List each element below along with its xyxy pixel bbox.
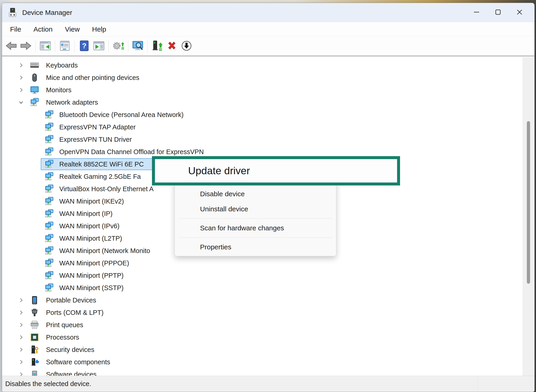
tree-item-expressvpn-tap-adapter[interactable]: ExpressVPN TAP Adapter [2,121,523,133]
tree-item-processors[interactable]: Processors [2,331,523,343]
context-menu-item-properties[interactable]: Properties [175,239,336,255]
context-menu-item-uninstall-device[interactable]: Uninstall device [175,201,336,217]
network-adapter-icon [45,234,54,243]
menu-item-file[interactable]: File [4,22,27,36]
tree-item-label: Realtek Gaming 2.5GbE Fa [59,170,141,183]
tree-item-label: Security devices [46,343,94,356]
properties-button[interactable] [57,38,72,55]
tree-item-software-devices[interactable]: Software devices [2,368,523,376]
chevron-right-icon[interactable] [18,322,24,328]
tree-item-bluetooth-device-personal-area-network[interactable]: Bluetooth Device (Personal Area Network) [2,108,523,121]
network-adapter-icon [45,271,54,280]
menu-item-help[interactable]: Help [86,22,112,36]
chevron-right-icon[interactable] [18,347,24,353]
tree-item-label: Processors [46,331,79,343]
update-driver-software-button[interactable] [150,38,165,55]
chevron-right-icon[interactable] [18,334,24,340]
status-bar: Disables the selected device. [2,376,534,392]
tree-item-software-components[interactable]: Software components [2,356,523,368]
forward-icon [20,40,32,52]
tree-item-mice-and-other-pointing-devices[interactable]: Mice and other pointing devices [2,71,523,84]
console-tree-icon [39,40,51,52]
chevron-right-icon[interactable] [18,87,24,93]
chevron-right-icon[interactable] [18,310,24,316]
tree-item-wan-miniport-pptp[interactable]: WAN Miniport (PPTP) [2,269,523,282]
scan-hardware-changes-button[interactable] [130,38,145,55]
action-pane-icon [93,40,105,52]
tree-item-label: Realtek 8852CE WiFi 6E PC [59,158,144,170]
network-adapter-icon [45,147,54,156]
tree-item-label: WAN Miniport (SSTP) [59,282,124,294]
toolbar-separator [147,40,148,52]
tree-item-portable-devices[interactable]: Portable Devices [2,294,523,306]
tree-item-label: VirtualBox Host-Only Ethernet A [59,183,154,195]
network-adapter-icon [45,258,54,268]
update-driver-annotation[interactable]: Update driver [152,156,400,186]
network-adapter-icon [45,209,54,218]
show-console-tree-button[interactable] [38,38,53,55]
mouse-icon [30,73,39,82]
network-adapter-icon [45,172,54,181]
context-menu-separator [179,219,332,219]
tree-item-expressvpn-tun-driver[interactable]: ExpressVPN TUN Driver [2,133,523,146]
network-adapter-icon [30,98,39,107]
tree-item-security-devices[interactable]: Security devices [2,343,523,356]
tree-item-ports-com-lpt[interactable]: Ports (COM & LPT) [2,306,523,319]
tree-item-label: WAN Miniport (IKEv2) [59,195,124,207]
network-adapter-icon [45,122,54,132]
disable-device-icon [180,40,193,52]
back-icon [5,40,17,52]
help-button[interactable]: ? [77,38,92,55]
tree-item-network-adapters[interactable]: Network adapters [2,96,523,108]
context-menu-item-scan-for-hardware-changes[interactable]: Scan for hardware changes [175,220,336,236]
network-adapter-icon [45,246,54,255]
chevron-right-icon[interactable] [18,297,24,303]
back-button[interactable] [4,38,18,55]
chevron-right-icon[interactable] [18,371,24,376]
tree-item-label: ExpressVPN TAP Adapter [59,121,136,133]
device-manager-icon [8,8,18,18]
update-driver-toolbar-button[interactable] [111,38,126,55]
network-adapter-icon [45,184,54,193]
forward-button[interactable] [18,38,33,55]
minimize-button[interactable] [466,6,487,19]
toolbar-separator [128,40,128,52]
network-adapter-icon [45,110,54,119]
properties-icon [59,40,71,52]
annotation-label: Update driver [188,165,250,177]
disable-device-toolbar-button[interactable] [179,38,194,55]
show-action-pane-button[interactable] [92,38,106,55]
keyboard-icon [30,61,39,70]
chevron-right-icon[interactable] [18,62,24,68]
help-icon: ? [78,40,90,52]
tree-item-label: Portable Devices [46,294,96,306]
serial-port-icon [30,308,39,317]
update-driver-gear-icon [112,40,124,52]
maximize-button[interactable] [487,6,509,19]
tree-item-print-queues[interactable]: Print queues [2,319,523,331]
menu-item-action[interactable]: Action [27,22,59,36]
window-controls [466,3,530,22]
tree-item-wan-miniport-sstp[interactable]: WAN Miniport (SSTP) [2,282,523,294]
tree-item-wan-miniport-pppoe[interactable]: WAN Miniport (PPPOE) [2,257,523,269]
software-device-icon [30,370,39,376]
context-menu-item-disable-device[interactable]: Disable device [175,186,336,201]
maximize-icon [494,8,502,17]
toolbar: ? [2,37,534,56]
network-adapter-icon [45,197,54,206]
network-adapter-icon [45,135,54,144]
printer-icon [30,320,39,330]
tree-item-monitors[interactable]: Monitors [2,84,523,96]
title-bar: Device Manager [2,3,534,22]
scrollbar-thumb[interactable] [527,121,530,284]
menu-bar: FileActionViewHelp [2,22,534,36]
uninstall-device-toolbar-button[interactable] [165,38,179,55]
tree-item-keyboards[interactable]: Keyboards [2,59,523,71]
close-button[interactable] [509,6,530,19]
vertical-scrollbar[interactable] [522,57,534,376]
chevron-right-icon[interactable] [18,75,24,81]
chevron-right-icon[interactable] [18,359,24,365]
chevron-down-icon[interactable] [18,99,24,105]
processor-icon [30,333,39,342]
menu-item-view[interactable]: View [59,22,86,36]
